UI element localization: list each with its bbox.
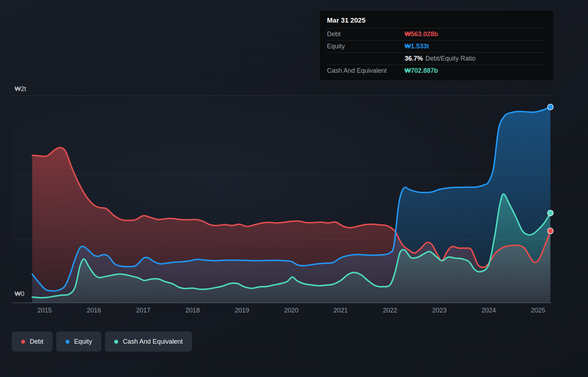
- tooltip-cash-value: ₩702.887b: [405, 67, 438, 75]
- x-axis-label-2020: 2020: [284, 307, 298, 314]
- tooltip-date: Mar 31 2025: [327, 16, 546, 28]
- tooltip-ratio-value: 36.7%: [405, 55, 423, 62]
- equity-endpoint-dot[interactable]: [548, 104, 553, 110]
- x-axis-label-2023: 2023: [432, 307, 447, 314]
- x-axis-label-2016: 2016: [87, 307, 101, 314]
- legend-item-debt[interactable]: Debt: [12, 331, 53, 352]
- legend-cash-label: Cash And Equivalent: [123, 338, 183, 345]
- tooltip-equity-label: Equity: [327, 43, 405, 50]
- legend-equity-label: Equity: [74, 338, 92, 345]
- debt-endpoint-dot[interactable]: [548, 228, 553, 234]
- cash-series-dot: [114, 340, 118, 344]
- chart-tooltip: Mar 31 2025 Debt ₩563.028b Equity ₩1.533…: [320, 11, 553, 80]
- x-axis-label-2018: 2018: [185, 307, 200, 314]
- x-axis-label-2015: 2015: [37, 307, 52, 314]
- tooltip-cash-label: Cash And Equivalent: [327, 67, 405, 75]
- x-axis-label-2024: 2024: [482, 307, 496, 314]
- y-axis-label-zero: ₩0: [15, 290, 24, 298]
- x-axis-label-2017: 2017: [136, 307, 150, 314]
- x-axis-label-2022: 2022: [383, 307, 397, 314]
- tooltip-row-ratio: 36.7% Debt/Equity Ratio: [327, 52, 546, 65]
- legend-item-cash[interactable]: Cash And Equivalent: [105, 331, 192, 352]
- debt-series-dot: [21, 340, 25, 344]
- chart-legend: Debt Equity Cash And Equivalent: [12, 331, 192, 352]
- tooltip-debt-value: ₩563.028b: [405, 30, 438, 38]
- tooltip-row-debt: Debt ₩563.028b: [327, 28, 546, 40]
- x-axis-label-2021: 2021: [333, 307, 348, 314]
- legend-debt-label: Debt: [30, 338, 43, 345]
- tooltip-row-cash: Cash And Equivalent ₩702.887b: [327, 65, 546, 77]
- tooltip-row-equity: Equity ₩1.533t: [327, 40, 546, 52]
- debt-equity-history-chart-page: ₩2t ₩0 201520162017201820192020202120222…: [0, 0, 588, 377]
- tooltip-equity-value: ₩1.533t: [405, 43, 429, 50]
- cash-endpoint-dot[interactable]: [548, 210, 553, 216]
- y-axis-label-top: ₩2t: [15, 85, 26, 93]
- equity-series-dot: [66, 340, 69, 344]
- x-axis-label-2025: 2025: [531, 307, 545, 314]
- tooltip-ratio-suffix: Debt/Equity Ratio: [425, 55, 476, 62]
- x-axis-label-2019: 2019: [235, 307, 249, 314]
- tooltip-debt-label: Debt: [327, 30, 405, 38]
- legend-item-equity[interactable]: Equity: [56, 331, 101, 352]
